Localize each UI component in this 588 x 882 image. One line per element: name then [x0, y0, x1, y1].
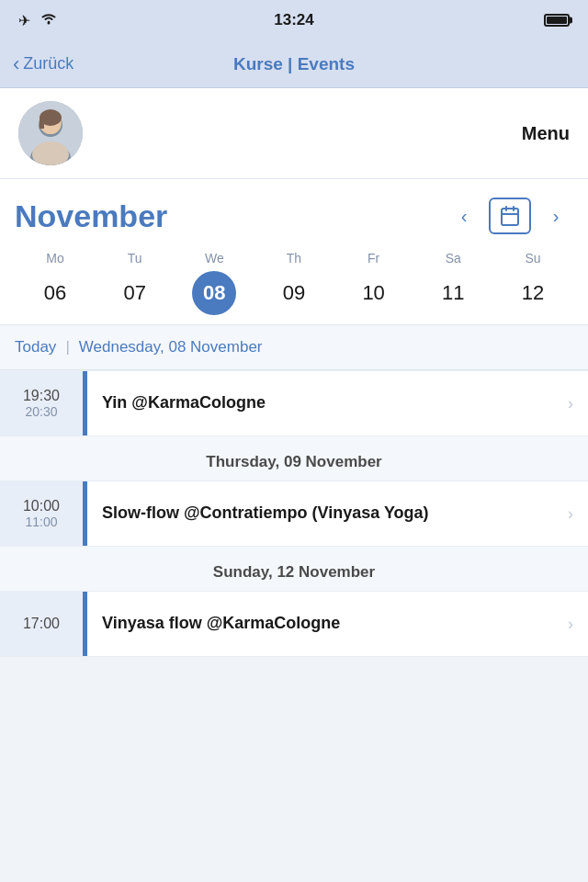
event-row[interactable]: 19:3020:30Yin @KarmaCologne›: [0, 370, 588, 436]
day-name: Fr: [368, 251, 379, 266]
event-title: Slow-flow @Contratiempo (Vinyasa Yoga): [102, 502, 568, 525]
event-content: Vinyasa flow @KarmaCologne›: [87, 592, 588, 656]
day-name: Su: [525, 251, 540, 266]
profile-header: Menu: [0, 88, 588, 179]
calendar-picker-button[interactable]: [489, 198, 531, 234]
status-bar: ✈ 13:24: [0, 0, 588, 40]
event-time-end: 20:30: [25, 404, 57, 419]
day-num: 11: [431, 271, 475, 315]
day-name: Th: [287, 251, 301, 266]
prev-month-button[interactable]: ‹: [447, 198, 481, 233]
day-num: 06: [33, 271, 77, 315]
status-time: 13:24: [274, 11, 313, 29]
today-label-bar: Today | Wednesday, 08 November: [0, 325, 588, 370]
event-title: Vinyasa flow @KarmaCologne: [102, 612, 568, 635]
day-name: Mo: [46, 251, 63, 266]
event-list: 19:3020:30Yin @KarmaCologne›Thursday, 09…: [0, 370, 588, 657]
month-header: November ‹ ›: [15, 198, 573, 234]
day-name: Sa: [446, 251, 461, 266]
today-full-date: Wednesday, 08 November: [79, 338, 263, 356]
event-time-col: 10:0011:00: [0, 481, 83, 546]
event-time-col: 17:00: [0, 592, 83, 656]
event-chevron-icon: ›: [568, 394, 573, 413]
avatar: [18, 101, 83, 165]
wifi-icon: [40, 11, 58, 29]
event-row[interactable]: 10:0011:00Slow-flow @Contratiempo (Vinya…: [0, 481, 588, 547]
day-num: 07: [113, 271, 157, 315]
event-content: Slow-flow @Contratiempo (Vinyasa Yoga)›: [87, 481, 588, 546]
back-button[interactable]: ‹ Zurück: [13, 54, 74, 74]
day-name: We: [205, 251, 224, 266]
pipe-divider: |: [65, 338, 69, 356]
menu-button[interactable]: Menu: [522, 123, 570, 144]
day-num: 10: [352, 271, 396, 315]
event-time-start: 19:30: [23, 388, 60, 404]
back-chevron-icon: ‹: [13, 54, 19, 74]
month-title: November: [15, 198, 167, 234]
status-right-icons: [544, 14, 570, 27]
svg-point-0: [48, 22, 51, 25]
day-num-today: 08: [192, 271, 236, 315]
today-text: Today: [15, 338, 56, 356]
battery-icon: [544, 14, 570, 27]
event-row[interactable]: 17:00Vinyasa flow @KarmaCologne›: [0, 591, 588, 657]
week-strip: Mo06Tu07We08Th09Fr10Sa11Su12: [15, 251, 573, 315]
event-time-start: 10:00: [23, 498, 60, 514]
svg-rect-8: [40, 118, 44, 129]
back-label: Zurück: [23, 54, 74, 74]
nav-bar: ‹ Zurück Kurse | Events: [0, 40, 588, 88]
day-num: 09: [272, 271, 316, 315]
event-time-start: 17:00: [23, 616, 60, 632]
nav-title: Kurse | Events: [233, 54, 355, 74]
status-left-icons: ✈: [18, 11, 58, 29]
svg-rect-9: [502, 209, 518, 225]
day-cell[interactable]: Tu07: [98, 251, 172, 315]
event-time-col: 19:3020:30: [0, 371, 83, 435]
event-chevron-icon: ›: [568, 504, 573, 524]
day-cell[interactable]: Th09: [257, 251, 331, 315]
section-date-header: Thursday, 09 November: [0, 436, 588, 481]
next-month-button[interactable]: ›: [538, 198, 573, 233]
event-time-end: 11:00: [25, 514, 57, 529]
day-cell[interactable]: Mo06: [18, 251, 92, 315]
event-title: Yin @KarmaCologne: [102, 391, 568, 414]
day-cell[interactable]: Sa11: [416, 251, 490, 315]
day-num: 12: [511, 271, 555, 315]
event-chevron-icon: ›: [568, 615, 573, 634]
day-name: Tu: [128, 251, 142, 266]
airplane-icon: ✈: [18, 12, 30, 29]
day-cell[interactable]: Fr10: [337, 251, 411, 315]
month-nav: ‹ ›: [447, 198, 573, 234]
section-date-header: Sunday, 12 November: [0, 547, 588, 591]
day-cell[interactable]: We08: [177, 251, 251, 315]
day-cell[interactable]: Su12: [496, 251, 570, 315]
event-content: Yin @KarmaCologne›: [87, 371, 588, 435]
calendar-section: November ‹ › Mo06Tu07We08Th09Fr10Sa11Su1…: [0, 179, 588, 325]
